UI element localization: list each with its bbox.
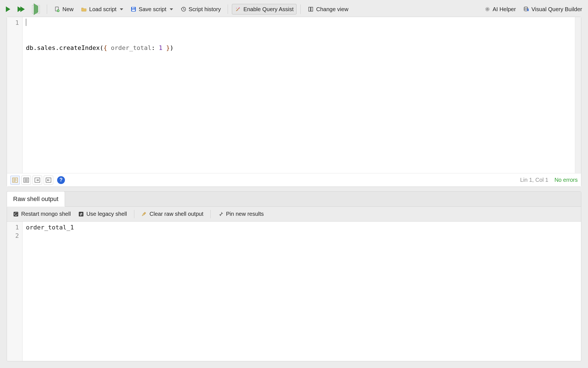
scrollbar-stub[interactable] [575,17,581,173]
pin-results-label: Pin new results [226,211,264,217]
output-code: order_total_1 [23,222,581,361]
ai-helper-label: AI Helper [493,6,516,13]
footer-view-4-button[interactable] [44,176,53,185]
toolbar-separator [300,4,301,14]
wand-icon [235,6,241,12]
load-script-label: Load script [89,6,116,13]
svg-point-8 [238,10,238,11]
use-legacy-shell-button[interactable]: Use legacy shell [75,209,130,219]
run-button[interactable] [3,4,13,14]
code-line[interactable]: db.sales.createIndex({ order_total: 1 }) [26,44,572,52]
visual-query-builder-label: Visual Query Builder [531,6,582,13]
script-history-label: Script history [189,6,221,13]
tab-raw-shell-output[interactable]: Raw shell output [7,191,65,207]
help-icon[interactable]: ? [57,176,65,184]
restart-shell-button[interactable]: Restart mongo shell [10,209,74,219]
split-view-icon [308,6,314,12]
svg-point-7 [236,8,237,8]
footer-view-2-button[interactable] [21,176,31,185]
restart-icon [13,211,19,217]
visual-query-builder-button[interactable]: Visual Query Builder [520,4,585,14]
line-number: 1 [9,19,19,27]
toolbar-separator [228,4,228,14]
footer-view-1-button[interactable] [10,176,20,185]
ai-helper-button[interactable]: AI Helper [481,4,519,14]
tab-label: Raw shell output [13,195,59,203]
svg-point-12 [487,8,488,10]
save-script-button[interactable]: Save script [127,4,176,14]
editor-code[interactable]: db.sales.createIndex({ order_total: 1 }) [23,17,575,173]
cursor-position: Lin 1, Col 1 [520,177,548,183]
enable-query-assist-label: Enable Query Assist [243,6,293,13]
pin-icon [218,211,224,217]
toolbar-separator [210,210,211,218]
new-label: New [62,6,74,13]
new-file-icon [54,6,60,12]
folder-icon [81,6,87,12]
line-number: 1 [9,223,19,232]
run-selection-button[interactable] [29,4,43,14]
run-all-button[interactable] [14,4,28,14]
svg-rect-5 [132,9,135,11]
save-icon [130,6,137,12]
clear-output-label: Clear raw shell output [150,211,203,217]
footer-view-3-button[interactable] [33,176,42,185]
chevron-down-icon [120,8,123,10]
editor-footer: ? Lin 1, Col 1 No errors [7,173,581,187]
svg-rect-4 [133,8,134,9]
clear-output-button[interactable]: Clear raw shell output [138,209,206,219]
output-gutter: 12 [7,222,23,361]
use-legacy-shell-label: Use legacy shell [86,211,127,217]
toolbar-separator [47,4,47,14]
svg-rect-21 [79,212,84,216]
code-editor[interactable]: 1 db.sales.createIndex({ order_total: 1 … [7,17,581,173]
line-number: 2 [9,232,19,240]
swap-icon [78,211,84,217]
error-status: No errors [555,177,578,183]
new-button[interactable]: New [51,4,77,14]
editor-gutter: 1 [7,17,23,173]
output-panel: Raw shell output Restart mongo shell Use… [7,191,581,361]
load-script-button[interactable]: Load script [78,4,126,14]
app-root: New Load script Save script Script histo… [0,0,588,368]
svg-rect-14 [527,9,529,10]
output-tabs: Raw shell output [7,192,581,207]
svg-rect-20 [14,212,18,216]
script-history-button[interactable]: Script history [177,4,224,14]
editor-panel: 1 db.sales.createIndex({ order_total: 1 … [7,17,581,187]
ai-helper-icon [484,6,490,12]
database-icon [523,6,529,12]
toolbar-separator [134,210,134,218]
text-cursor [26,19,26,26]
enable-query-assist-button[interactable]: Enable Query Assist [232,4,297,14]
broom-icon [141,211,147,217]
svg-point-11 [485,8,489,11]
main-toolbar: New Load script Save script Script histo… [0,2,588,17]
output-editor[interactable]: 12 order_total_1 [7,222,581,361]
svg-rect-15 [527,10,529,11]
output-line: order_total_1 [26,223,578,232]
restart-shell-label: Restart mongo shell [21,211,71,217]
pin-results-button[interactable]: Pin new results [215,209,267,219]
svg-rect-9 [309,7,310,11]
change-view-button[interactable]: Change view [305,4,351,14]
chevron-down-icon [170,8,173,10]
svg-rect-10 [311,7,313,11]
output-toolbar: Restart mongo shell Use legacy shell Cle… [7,207,581,222]
save-script-label: Save script [139,6,166,13]
editor-status: Lin 1, Col 1 No errors [520,177,578,183]
change-view-label: Change view [316,6,348,13]
svg-point-13 [524,7,528,9]
history-icon [180,6,186,12]
